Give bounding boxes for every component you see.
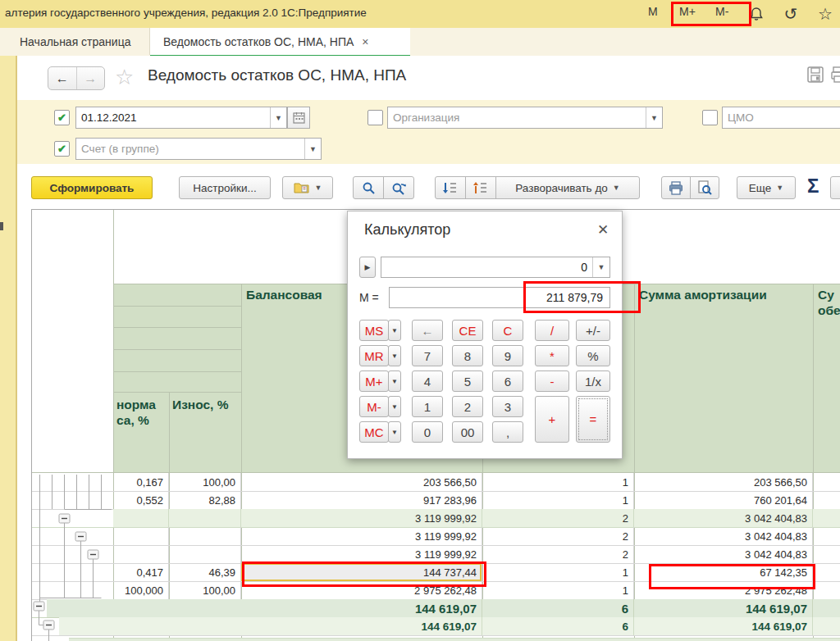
cell-wear[interactable]: 46,39 [169,563,241,581]
date-field[interactable]: 01.12.2021 ▼ [75,107,287,129]
collapse-groups-button[interactable] [435,176,466,199]
cell-balance[interactable]: 917 283,96 [241,491,482,509]
cell-amort[interactable]: 144 619,07 [634,617,813,635]
calc-key-ms[interactable]: MS [359,320,389,341]
settings-button[interactable]: Настройки... [179,176,271,199]
expand-groups-button[interactable] [465,176,496,199]
notifications-bell-icon[interactable] [746,4,766,24]
calc-key-mplus-dropdown[interactable]: ▼ [388,371,401,392]
cell-amort[interactable]: 760 201,64 [634,491,813,509]
calc-key-inverse[interactable]: 1/x [576,371,610,392]
calc-memory-field[interactable]: 211 879,79 [389,287,610,308]
table-row[interactable]: 100,000 100,00 2 975 262,48 1 2 975 262,… [32,581,840,600]
calc-key-percent[interactable]: % [576,345,610,366]
cell-amort[interactable]: 3 042 404,83 [634,527,813,545]
calc-key-multiply[interactable]: * [535,345,569,366]
cell-count[interactable]: 6 [482,599,634,617]
cell-balance[interactable]: 3 119 999,92 [241,509,482,527]
calculator-dialog[interactable]: Калькулятор ✕ ▶ 0 ▼ M = 211 879,79 MS ▼ … [347,211,623,459]
calc-key-mr-dropdown[interactable]: ▼ [388,345,401,366]
back-button[interactable]: ← [48,67,77,89]
search-button[interactable] [353,176,384,199]
tab-report[interactable]: Ведомость остатков ОС, НМА, НПА × [150,28,410,57]
cell-amort[interactable]: 144 619,07 [634,599,813,617]
cell-balance[interactable]: 144 619,07 [241,599,482,617]
calc-key-add[interactable]: + [535,396,569,443]
cell-balance[interactable]: 3 119 999,92 [241,527,482,545]
cell-norm[interactable]: 0,417 [113,563,169,581]
calc-key-3[interactable]: 3 [492,396,523,417]
row-group-tree[interactable] [32,473,114,641]
clipped-edge-button[interactable] [830,176,840,199]
cell-amort[interactable]: 3 042 404,83 [634,509,813,527]
table-row[interactable]: 0,167 100,00 203 566,50 1 203 566,50 [32,473,840,492]
calc-key-mc-dropdown[interactable]: ▼ [388,421,401,443]
cell-amort[interactable]: 67 142,35 [634,563,813,581]
table-group-row[interactable]: 3 119 999,92 2 3 042 404,83 [32,527,840,546]
cell-norm[interactable]: 0,167 [113,473,169,491]
cell-count[interactable]: 1 [482,581,634,599]
calendar-button[interactable] [287,107,310,129]
forward-button[interactable]: → [77,67,105,89]
left-panel-strip[interactable] [0,56,17,641]
table-total-row[interactable]: 144 619,07 6 144 619,07 [32,617,840,636]
generate-button[interactable]: Сформировать [31,176,153,199]
favorites-star-icon[interactable]: ☆ [815,4,835,24]
cell-wear[interactable] [169,509,241,527]
cell-balance[interactable]: 203 566,50 [241,473,482,491]
cell-wear[interactable]: 82,88 [169,491,241,509]
autosum-sigma-button[interactable]: Σ [807,175,819,198]
calc-key-mr[interactable]: MR [359,345,389,366]
calc-key-backspace[interactable]: ← [412,320,443,341]
calc-key-sign[interactable]: +/- [576,320,610,341]
calc-key-mplus[interactable]: M+ [359,371,389,392]
cmo-filter-checkbox[interactable] [702,110,718,125]
tab-close-icon[interactable]: × [362,35,368,48]
calc-memory-indicator-m-minus[interactable]: М- [715,5,728,18]
table-group-row[interactable]: 3 119 999,92 2 3 042 404,83 [32,545,840,564]
calc-key-comma[interactable]: , [492,421,523,443]
calc-key-mc[interactable]: MC [359,421,389,443]
cell-count[interactable]: 2 [482,545,634,563]
table-row[interactable]: 0,552 82,88 917 283,96 1 760 201,64 [32,491,840,510]
cell-balance-selected[interactable]: 144 737,44 [241,563,482,581]
cell-norm[interactable]: 100,000 [113,581,169,599]
calc-key-mminus-dropdown[interactable]: ▼ [388,396,401,417]
calc-memory-indicator-m-plus[interactable]: М+ [679,5,696,18]
cell-norm[interactable]: 0,552 [113,491,169,509]
table-group-row[interactable]: 3 119 999,92 2 3 042 404,83 [32,509,840,528]
calc-key-4[interactable]: 4 [412,371,443,392]
calc-key-5[interactable]: 5 [452,371,483,392]
calc-key-equals[interactable]: = [576,396,610,443]
cell-balance[interactable]: 144 619,07 [241,617,482,635]
chevron-down-icon[interactable]: ▼ [592,257,609,277]
cell-count[interactable]: 1 [482,563,634,581]
date-filter-checkbox[interactable]: ✔ [54,110,70,125]
calc-key-00[interactable]: 00 [452,421,483,443]
calc-key-1[interactable]: 1 [412,396,443,417]
cell-wear[interactable] [169,527,241,545]
cell-norm[interactable] [113,545,169,563]
cell-balance[interactable]: 3 119 999,92 [241,545,482,563]
cell-wear[interactable]: 100,00 [169,473,241,491]
report-variants-button[interactable]: ▼ [282,176,333,199]
chevron-down-icon[interactable]: ▼ [270,107,286,128]
history-icon[interactable]: ↺ [781,4,801,24]
calc-key-0[interactable]: 0 [412,421,443,443]
calc-side-toggle-button[interactable]: ▶ [359,257,376,278]
calc-key-mminus[interactable]: M- [359,396,389,417]
calc-key-7[interactable]: 7 [412,345,443,366]
cell-balance[interactable]: 2 975 262,48 [241,581,482,599]
save-icon[interactable] [806,66,824,87]
chevron-down-icon[interactable]: ▼ [304,139,321,159]
calc-key-subtract[interactable]: - [535,371,569,392]
calc-key-c[interactable]: C [492,320,523,341]
cell-amort[interactable]: 2 975 262,48 [634,581,813,599]
add-favorite-star-icon[interactable]: ☆ [115,65,134,90]
organization-filter-checkbox[interactable] [368,110,383,125]
expand-to-button[interactable]: Разворачивать до ▼ [495,176,640,199]
account-filter-checkbox[interactable]: ✔ [54,141,70,157]
table-row[interactable]: 0,417 46,39 144 737,44 1 67 142,35 [32,563,840,582]
calc-key-2[interactable]: 2 [452,396,483,417]
table-total-row[interactable]: 144 619,07 6 144 619,07 [32,599,840,618]
